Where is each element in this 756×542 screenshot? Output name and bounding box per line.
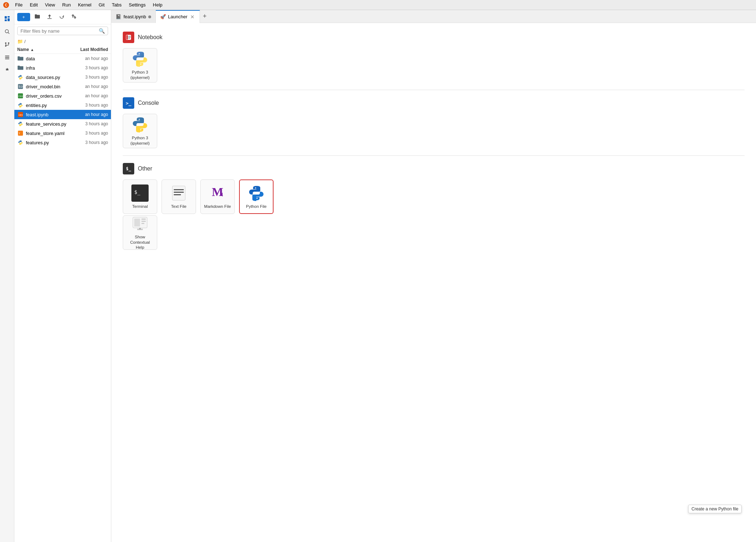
console-cards: Python 3(ipykernel): [123, 114, 745, 148]
menu-run[interactable]: Run: [59, 1, 74, 8]
console-badge: >_: [123, 97, 134, 109]
card-contextual-help[interactable]: ShowContextual Help: [123, 215, 157, 250]
menu-edit[interactable]: Edit: [27, 1, 41, 8]
new-folder-button[interactable]: [32, 12, 42, 22]
menu-kernel[interactable]: Kernel: [75, 1, 94, 8]
file-item[interactable]: Y feature_store.yaml 3 hours ago: [14, 129, 111, 138]
card-python-file[interactable]: Python File: [239, 179, 274, 214]
tab-close-button[interactable]: ✕: [190, 14, 195, 20]
activity-git[interactable]: [1, 39, 13, 50]
file-modified: 3 hours ago: [69, 103, 108, 108]
svg-text:csv: csv: [18, 95, 23, 98]
svg-text:M: M: [212, 185, 223, 198]
menu-view[interactable]: View: [42, 1, 58, 8]
svg-point-9: [8, 42, 9, 44]
file-item[interactable]: entities.py 3 hours ago: [14, 101, 111, 110]
svg-text:$_: $_: [134, 189, 140, 195]
upload-button[interactable]: [45, 12, 55, 22]
new-button[interactable]: + +: [17, 13, 30, 21]
svg-rect-5: [8, 18, 10, 21]
svg-text:bin: bin: [19, 85, 23, 88]
svg-rect-32: [174, 192, 184, 193]
other-badge: $_: [123, 163, 134, 174]
tab-launcher[interactable]: 🚀 Launcher ✕: [156, 10, 200, 23]
text-file-icon: [170, 184, 187, 202]
unsaved-dot: [148, 15, 151, 18]
svg-rect-24: [126, 35, 128, 39]
sort-asc-icon: ▲: [31, 48, 34, 52]
folder-icon-breadcrumb: 📁: [17, 39, 23, 44]
git-branch-button[interactable]: [69, 12, 79, 22]
file-type-icon: ipynb: [17, 111, 24, 118]
search-icon: 🔍: [99, 28, 105, 34]
svg-rect-27: [128, 38, 130, 39]
file-list: data an hour ago infra 3 hours ago data_…: [14, 54, 111, 542]
file-item[interactable]: data an hour ago: [14, 54, 111, 63]
file-name: features.py: [26, 140, 69, 145]
section-header-console: >_ Console: [123, 97, 745, 109]
file-item[interactable]: features.py 3 hours ago: [14, 138, 111, 147]
svg-rect-3: [8, 16, 10, 18]
file-name: data_sources.py: [26, 75, 69, 80]
file-modified: 3 hours ago: [69, 121, 108, 126]
card-text-file[interactable]: Text File: [162, 179, 196, 214]
file-type-icon: bin: [17, 83, 24, 90]
activity-extensions[interactable]: [1, 65, 13, 76]
tab-feast-label: feast.ipynb: [123, 14, 146, 19]
menu-tabs[interactable]: Tabs: [109, 1, 124, 8]
file-name: driver_model.bin: [26, 84, 69, 89]
refresh-button[interactable]: [57, 12, 67, 22]
menu-help[interactable]: Help: [150, 1, 165, 8]
sidebar-toolbar: + +: [14, 10, 111, 24]
section-console-title: Console: [138, 100, 159, 106]
file-name: driver_orders.csv: [26, 93, 69, 99]
python3-notebook-label: Python 3(ipykernel): [130, 70, 150, 80]
column-name-header[interactable]: Name ▲: [17, 47, 69, 52]
svg-rect-30: [172, 186, 185, 200]
card-python3-notebook[interactable]: Python 3(ipykernel): [123, 48, 157, 83]
search-input[interactable]: [20, 28, 99, 34]
file-item[interactable]: feature_services.py 3 hours ago: [14, 119, 111, 129]
menu-file[interactable]: File: [12, 1, 25, 8]
notebook-cards: Python 3(ipykernel): [123, 48, 745, 83]
search-box[interactable]: 🔍: [17, 27, 108, 35]
file-name: feast.ipynb: [26, 112, 69, 117]
launcher-icon: 🚀: [160, 14, 166, 19]
file-item[interactable]: data_sources.py 3 hours ago: [14, 73, 111, 82]
card-terminal[interactable]: $_ Terminal: [123, 179, 157, 214]
svg-line-7: [8, 33, 9, 34]
file-modified: an hour ago: [69, 112, 108, 117]
file-modified: an hour ago: [69, 84, 108, 89]
card-markdown-file[interactable]: M Markdown File: [200, 179, 235, 214]
file-type-icon: [17, 65, 24, 71]
file-item[interactable]: ipynb feast.ipynb an hour ago: [14, 110, 111, 119]
other-cards: $_ Terminal Text Fil: [123, 179, 745, 214]
app-icon: C: [3, 2, 9, 8]
section-notebook-title: Notebook: [138, 34, 163, 41]
activity-list[interactable]: [1, 52, 13, 63]
file-name: data: [26, 56, 69, 61]
column-modified-header[interactable]: Last Modified: [69, 47, 108, 52]
file-item[interactable]: csv driver_orders.csv an hour ago: [14, 91, 111, 101]
file-item[interactable]: infra 3 hours ago: [14, 63, 111, 73]
python3-console-label: Python 3(ipykernel): [130, 135, 150, 146]
add-tab-button[interactable]: +: [200, 11, 210, 22]
notebook-badge: [123, 32, 134, 43]
svg-rect-33: [174, 194, 181, 195]
file-name: infra: [26, 65, 69, 71]
python3-console-icon: [131, 116, 149, 133]
card-python3-console[interactable]: Python 3(ipykernel): [123, 114, 157, 148]
activity-search[interactable]: [1, 26, 13, 37]
python-file-icon: [248, 184, 265, 202]
tab-feast-ipynb[interactable]: 📓 feast.ipynb: [111, 10, 156, 23]
file-name: feature_services.py: [26, 121, 69, 127]
menu-settings[interactable]: Settings: [126, 1, 149, 8]
activity-files[interactable]: [1, 13, 13, 24]
menu-git[interactable]: Git: [96, 1, 108, 8]
menu-bar: C File Edit View Run Kernel Git Tabs Set…: [0, 0, 756, 10]
file-item[interactable]: bin driver_model.bin an hour ago: [14, 82, 111, 91]
plus-icon: +: [22, 14, 25, 20]
tab-launcher-label: Launcher: [168, 14, 187, 19]
content-area: 📓 feast.ipynb 🚀 Launcher ✕ +: [111, 10, 756, 542]
file-modified: 3 hours ago: [69, 140, 108, 145]
